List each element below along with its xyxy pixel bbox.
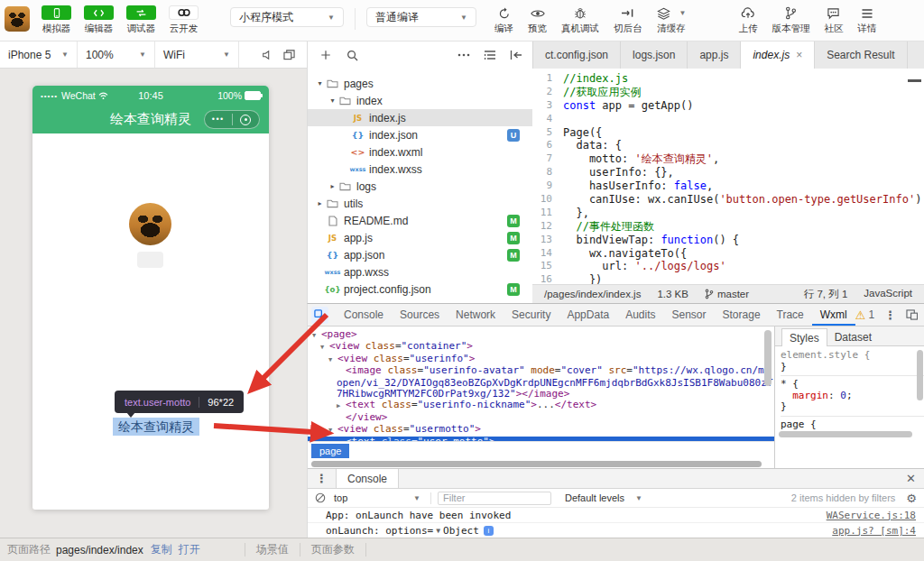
source-link[interactable]: app.js? [sm]:4 bbox=[832, 525, 916, 537]
tree-item-index-json[interactable]: {}index.jsonU bbox=[308, 126, 532, 143]
tree-item-project-config-json[interactable]: {o}project.config.jsonM bbox=[308, 280, 532, 298]
undock-icon[interactable] bbox=[906, 309, 918, 320]
tree-item-logs[interactable]: ▸logs bbox=[308, 178, 532, 195]
device-select[interactable]: iPhone 5 ▼ bbox=[0, 41, 78, 68]
wxml-node[interactable]: ▶<text class="userinfo-nickname">...</te… bbox=[308, 400, 774, 411]
toolbar-button-phone[interactable]: 模拟器 bbox=[42, 5, 71, 35]
levels-select[interactable]: Default levels ▼ bbox=[565, 492, 642, 503]
tree-item-index[interactable]: ▾index bbox=[308, 92, 532, 109]
zoom-select[interactable]: 100% ▼ bbox=[78, 41, 155, 68]
compile-mode-select[interactable]: 普通编译 ▼ bbox=[366, 7, 476, 27]
tree-item-pages[interactable]: ▾pages bbox=[308, 75, 532, 92]
page-params-label[interactable]: 页面参数 bbox=[311, 542, 355, 557]
mode-select[interactable]: 小程序模式 ▼ bbox=[230, 7, 344, 27]
devtools-tab-appdata[interactable]: AppData bbox=[559, 304, 617, 326]
toolbar-button-swap-arrows[interactable]: 调试器 bbox=[126, 5, 156, 35]
wxml-node[interactable]: ▼<view class="container"> bbox=[308, 341, 774, 353]
context-select[interactable]: top ▼ bbox=[334, 492, 424, 503]
clear-console-icon[interactable] bbox=[315, 492, 326, 503]
expand-caret-icon[interactable]: ▼ bbox=[436, 527, 440, 535]
tree-item-index-wxss[interactable]: wxssindex.wxss bbox=[308, 161, 532, 178]
outline-icon[interactable] bbox=[484, 50, 496, 60]
tree-item-index-wxml[interactable]: <>index.wxml bbox=[308, 143, 532, 161]
editor-tab-app-js[interactable]: app.js bbox=[688, 41, 741, 69]
collapse-panel-icon[interactable] bbox=[510, 50, 522, 60]
toolbar-action-upload-cloud[interactable]: 上传 bbox=[738, 5, 757, 35]
toolbar-action-branch[interactable]: 版本管理 bbox=[772, 5, 809, 35]
tree-item-app-js[interactable]: JSapp.jsM bbox=[308, 229, 532, 246]
git-branch[interactable]: master bbox=[705, 289, 749, 299]
open-link[interactable]: 打开 bbox=[179, 542, 200, 557]
phone-screen[interactable]: ••••• WeChat 10:45 100% 绘本查询精灵 ••• 绘本 bbox=[32, 86, 269, 510]
toolbar-button-code[interactable]: 编辑器 bbox=[84, 5, 114, 35]
editor-tab-search-result[interactable]: Search Result bbox=[815, 41, 907, 69]
user-avatar[interactable] bbox=[129, 203, 171, 245]
tree-item-index-js[interactable]: JSindex.js bbox=[308, 109, 532, 126]
warning-counter[interactable]: ⚠ 1 bbox=[855, 308, 874, 321]
editor-tab-logs-json[interactable]: logs.json bbox=[621, 41, 688, 69]
editor-tab-ct-config-json[interactable]: ct.config.json bbox=[533, 41, 621, 69]
devtools-tab-sources[interactable]: Sources bbox=[392, 304, 448, 326]
styles-tab-styles[interactable]: Styles bbox=[781, 328, 827, 346]
devtools-tab-audits[interactable]: Audits bbox=[617, 304, 663, 326]
toolbar-button-cloud-dev[interactable]: 云开发 bbox=[169, 5, 199, 35]
toolbar-action-layers[interactable]: ▼清缓存 bbox=[657, 5, 687, 35]
source-link[interactable]: WAService.js:18 bbox=[827, 510, 916, 521]
user-motto-text[interactable]: 绘本查询精灵 bbox=[113, 418, 199, 436]
network-select[interactable]: WiFi ▼ bbox=[155, 41, 239, 68]
home-icon[interactable] bbox=[233, 115, 260, 125]
wxml-node[interactable]: ▼<page> bbox=[308, 329, 774, 341]
toolbar-action-to-background[interactable]: 切后台 bbox=[614, 5, 642, 35]
console-log-row[interactable]: onLaunch: options=▼ Objectiapp.js? [sm]:… bbox=[308, 523, 924, 538]
drawer-menu-icon[interactable]: ⋮ bbox=[316, 472, 328, 485]
wxml-node[interactable]: ▼<view class="userinfo"> bbox=[308, 354, 774, 365]
gear-icon[interactable]: ⚙ bbox=[906, 492, 917, 505]
ellipsis-icon[interactable] bbox=[457, 50, 470, 60]
more-icon[interactable]: ••• bbox=[205, 115, 232, 124]
styles-tab-dataset[interactable]: Dataset bbox=[827, 328, 879, 345]
toolbar-action-refresh[interactable]: 编译 bbox=[494, 5, 513, 35]
wxml-vertical-scrollbar[interactable] bbox=[764, 330, 772, 417]
wxml-node[interactable]: ▼<view class="usermotto"> bbox=[308, 424, 774, 436]
close-icon[interactable]: ✕ bbox=[906, 472, 916, 485]
copy-link[interactable]: 复制 bbox=[151, 542, 172, 557]
console-drawer-tab[interactable]: Console bbox=[336, 469, 399, 488]
screenshot-icon[interactable] bbox=[283, 50, 295, 60]
inspect-element-icon[interactable] bbox=[311, 307, 328, 324]
wxml-element-tree[interactable]: ▼<page>▼<view class="container">▼<view c… bbox=[308, 326, 774, 441]
wxml-node[interactable]: </view> bbox=[308, 412, 774, 424]
tree-item-readme-md[interactable]: README.mdM bbox=[308, 212, 532, 229]
toolbar-action-chat[interactable]: 社区 bbox=[824, 5, 843, 35]
tree-item-app-wxss[interactable]: wxssapp.wxss bbox=[308, 263, 532, 280]
wxml-horizontal-scrollbar[interactable] bbox=[308, 459, 774, 468]
wxml-node[interactable]: <image class="userinfo-avatar" mode="cov… bbox=[308, 365, 774, 400]
breadcrumb-page-chip[interactable]: page bbox=[311, 444, 349, 458]
close-icon[interactable]: × bbox=[796, 49, 802, 61]
devtools-tab-console[interactable]: Console bbox=[336, 304, 392, 326]
devtools-tab-trace[interactable]: Trace bbox=[769, 304, 812, 326]
filter-input[interactable] bbox=[438, 492, 551, 505]
devtools-tab-network[interactable]: Network bbox=[448, 304, 504, 326]
search-icon[interactable] bbox=[346, 50, 358, 61]
styles-vertical-scrollbar[interactable] bbox=[917, 350, 923, 437]
cursor-position[interactable]: 行 7, 列 1 bbox=[804, 288, 848, 301]
new-file-icon[interactable] bbox=[320, 50, 331, 61]
speaker-icon[interactable] bbox=[262, 50, 273, 60]
styles-rules[interactable]: element.style {}* { margin: 0;}page { bbox=[775, 346, 924, 431]
console-log-row[interactable]: App: onLaunch have been invokedWAService… bbox=[308, 508, 924, 523]
devtools-tab-wxml[interactable]: Wxml bbox=[812, 304, 855, 326]
styles-horizontal-scrollbar[interactable] bbox=[779, 431, 922, 438]
scene-value-label[interactable]: 场景值 bbox=[256, 542, 289, 557]
capsule-menu[interactable]: ••• bbox=[204, 110, 260, 129]
devtools-menu-icon[interactable]: ⋮ bbox=[884, 308, 896, 322]
devtools-tab-sensor[interactable]: Sensor bbox=[664, 304, 715, 326]
language-mode[interactable]: JavaScript bbox=[864, 288, 912, 301]
tree-item-app-json[interactable]: {}app.jsonM bbox=[308, 246, 532, 263]
toolbar-action-bug[interactable]: 真机调试 bbox=[561, 5, 599, 35]
project-avatar[interactable] bbox=[5, 6, 30, 32]
toolbar-action-menu-lines[interactable]: 详情 bbox=[857, 5, 876, 35]
tree-item-utils[interactable]: ▸utils bbox=[308, 195, 532, 212]
devtools-tab-storage[interactable]: Storage bbox=[715, 304, 769, 326]
code-editor[interactable]: 1//index.js2//获取应用实例3const app = getApp(… bbox=[532, 69, 924, 284]
toolbar-action-eye[interactable]: 预览 bbox=[528, 5, 547, 35]
